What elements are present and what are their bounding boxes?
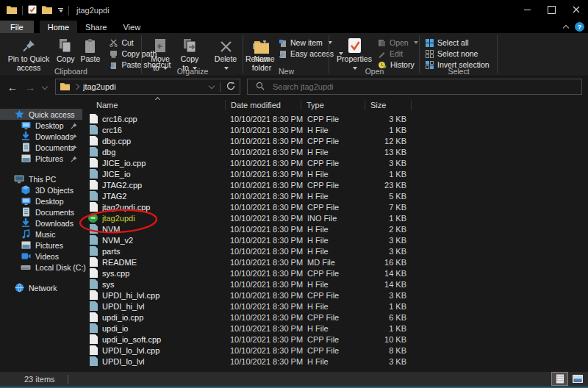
address-bar[interactable]: jtag2updi [55,79,240,95]
thumbnail-view-button[interactable] [570,373,585,385]
paste-button[interactable]: Paste [78,35,104,65]
minimize-icon [524,10,531,10]
properties-check-icon [347,35,362,54]
file-list-pane: Name Date modified Type Size crc16.cpp10… [82,98,588,372]
back-button[interactable]: ← [7,82,18,93]
copy-button[interactable]: Copy [54,35,78,65]
sidebar-item-music[interactable]: Music [0,229,82,240]
item-count: 23 items [24,375,55,384]
table-row[interactable]: updi_io_soft.cpp10/10/2021 8:30 PMCPP Fi… [82,334,588,345]
file-name: crc16.cpp [102,115,226,123]
table-row[interactable]: sys10/10/2021 8:30 PMH File14 KB [82,279,588,290]
downloads-icon [21,132,31,141]
table-row[interactable]: crc1610/10/2021 8:30 PMH File1 KB [82,124,588,135]
table-row[interactable]: NVM10/10/2021 8:30 PMH File2 KB [82,223,588,234]
sidebar-item-downloads[interactable]: Downloads [0,131,82,142]
file-name: updi_io [102,324,226,333]
properties-qat-icon[interactable] [28,5,37,15]
customize-qat-chevron-icon[interactable] [57,8,63,12]
table-row[interactable]: JTAG210/10/2021 8:30 PMH File5 KB [82,190,588,201]
address-dropdown-chevron-icon[interactable] [209,83,215,89]
close-button[interactable] [564,0,588,19]
sidebar-item-this-pc[interactable]: This PC [0,173,82,184]
file-date-modified: 10/10/2021 8:30 PM [226,346,303,355]
select-none-button[interactable]: Select none [423,48,492,59]
table-row[interactable]: README10/10/2021 8:30 PMMD File16 KB [82,256,588,267]
details-view-button[interactable] [552,373,567,385]
breadcrumb-folder[interactable]: jtag2updi [83,82,116,91]
open-icon [378,39,386,47]
column-header-name[interactable]: Name [82,100,226,110]
help-icon[interactable]: ? [575,22,584,32]
pin-icon [71,144,77,153]
sidebar-item-network[interactable]: Network [0,282,82,293]
file-date-modified: 10/10/2021 8:30 PM [226,170,303,179]
sidebar-item-documents[interactable]: Documents [0,142,82,153]
file-size: 2 KB [367,225,406,234]
sidebar-item-desktop[interactable]: Desktop [0,195,82,206]
group-label-new: New [243,67,329,76]
pin-icon [71,133,77,142]
star-icon [14,109,24,119]
ribbon-group-clipboard: Pin to Quick access Copy Paste Cut Copy … [0,33,142,76]
file-name: UPDI_lo_lvl.cpp [102,346,226,355]
sidebar-item-quick-access[interactable]: Quick access [0,109,82,120]
table-row[interactable]: updi_io10/10/2021 8:30 PMH File1 KB [82,323,588,334]
table-row[interactable]: sys.cpp10/10/2021 8:30 PMCPP File14 KB [82,267,588,279]
table-row[interactable]: jtag2updi.cpp10/10/2021 8:30 PMCPP File7… [82,201,588,212]
minimize-button[interactable] [515,0,539,19]
maximize-button[interactable] [539,0,564,19]
file-size: 3 KB [367,115,406,123]
file-name: JTAG2 [102,192,226,201]
column-header-type[interactable]: Type [301,100,365,110]
sidebar-item-desktop[interactable]: Desktop [0,120,82,131]
select-none-icon [426,50,434,58]
table-row[interactable]: JTAG2.cpp10/10/2021 8:30 PMCPP File23 KB [82,179,588,190]
table-row[interactable]: dbg10/10/2021 8:30 PMH File13 KB [82,146,588,157]
sidebar-item-local-disk-c-[interactable]: Local Disk (C:) [0,262,82,273]
forward-button[interactable]: → [25,82,35,93]
copy-path-icon [110,50,118,58]
column-header-size[interactable]: Size [365,100,412,110]
pictures-icon [21,154,31,162]
tab-file[interactable]: File [0,21,34,33]
table-row[interactable]: ∞jtag2updi10/10/2021 8:30 PMINO File1 KB [82,212,588,223]
table-row[interactable]: dbg.cpp10/10/2021 8:30 PMCPP File12 KB [82,135,588,146]
table-row[interactable]: UPDI_lo_lvl.cpp10/10/2021 8:30 PMCPP Fil… [82,345,588,356]
recent-locations-chevron-icon[interactable] [42,84,48,90]
search-input[interactable] [271,82,553,92]
table-row[interactable]: NVM_v210/10/2021 8:30 PMH File3 KB [82,234,588,245]
sidebar-item-3d-objects[interactable]: 3D Objects [0,184,82,195]
sidebar-item-documents[interactable]: Documents [0,206,82,218]
edit-button[interactable]: Edit [376,48,420,59]
table-row[interactable]: updi_io.cpp10/10/2021 8:30 PMCPP File6 K… [82,312,588,323]
ribbon: Pin to Quick access Copy Paste Cut Copy … [0,33,588,76]
collapse-ribbon-chevron-icon[interactable] [563,25,569,31]
refresh-icon[interactable] [226,82,235,92]
tab-view[interactable]: View [115,21,148,33]
tab-home[interactable]: Home [40,21,77,33]
table-row[interactable]: JICE_io.cpp10/10/2021 8:30 PMCPP File3 K… [82,157,588,168]
column-header-date-modified[interactable]: Date modified [226,100,301,110]
sidebar-item-pictures[interactable]: Pictures [0,240,82,251]
pc-icon [14,175,24,184]
table-row[interactable]: parts10/10/2021 8:30 PMH File3 KB [82,245,588,256]
table-row[interactable]: UPDI_hi_lvl.cpp10/10/2021 8:30 PMCPP Fil… [82,290,588,301]
table-row[interactable]: crc16.cpp10/10/2021 8:30 PMCPP File3 KB [82,113,588,124]
tab-share[interactable]: Share [77,21,115,33]
select-all-button[interactable]: Select all [423,37,492,48]
open-button[interactable]: Open [376,37,420,48]
sidebar-item-pictures[interactable]: Pictures [0,153,82,164]
table-row[interactable]: JICE_io10/10/2021 8:30 PMH File1 KB [82,168,588,179]
documents-icon [21,207,31,217]
new-folder-qat-icon[interactable] [42,5,52,15]
pin-icon [71,155,77,164]
file-type: H File [303,192,367,201]
table-row[interactable]: UPDI_hi_lvl10/10/2021 8:30 PMH File1 KB [82,301,588,312]
sidebar-item-downloads[interactable]: Downloads [0,218,82,229]
table-row[interactable]: UPDI_lo_lvl10/10/2021 8:30 PMH File3 KB [82,356,588,367]
sidebar-item-videos[interactable]: Videos [0,251,82,262]
file-size: 12 KB [367,137,406,146]
search-box[interactable] [247,79,582,95]
file-type: H File [303,280,367,289]
